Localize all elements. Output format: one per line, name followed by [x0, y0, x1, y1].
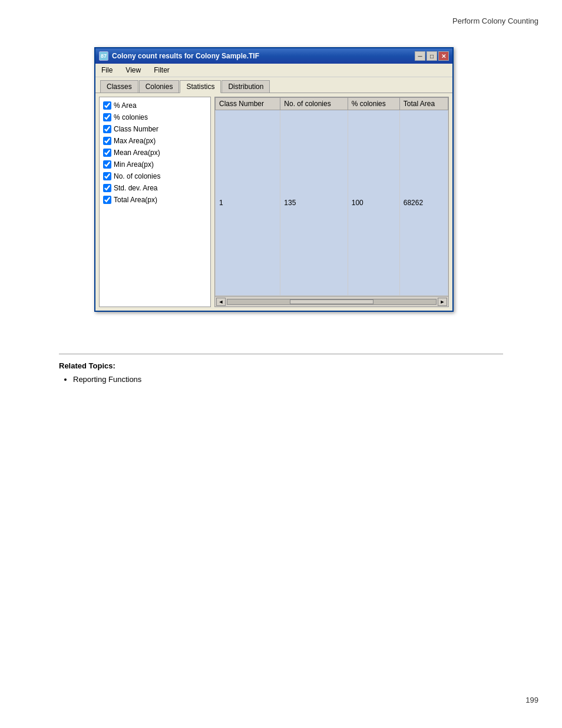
label-total-area: Total Area(px) [114, 196, 157, 204]
list-item: Std. dev. Area [102, 182, 208, 194]
page-header: Perform Colony Counting [452, 17, 538, 25]
cell-total-area: 68262 [399, 110, 448, 296]
minimize-button[interactable]: ─ [415, 51, 425, 61]
page-number: 199 [525, 696, 538, 704]
label-pct-colonies: % colonies [114, 113, 148, 121]
list-item: Min Area(px) [102, 159, 208, 170]
col-header-no-colonies: No. of colonies [280, 98, 348, 110]
header-title: Perform Colony Counting [452, 17, 538, 25]
tab-distribution[interactable]: Distribution [222, 80, 270, 93]
tab-classes[interactable]: Classes [100, 80, 138, 93]
right-panel: Class Number No. of colonies % colonies … [214, 97, 449, 307]
label-mean-area: Mean Area(px) [114, 149, 160, 157]
maximize-button[interactable]: □ [427, 51, 437, 61]
tab-colonies[interactable]: Colonies [139, 80, 180, 93]
horizontal-scrollbar[interactable]: ◄ ► [215, 296, 448, 307]
checkbox-min-area[interactable] [103, 160, 111, 169]
checkbox-class-number[interactable] [103, 125, 111, 133]
list-item: Max Area(px) [102, 135, 208, 147]
window-icon: 87 [99, 51, 108, 61]
label-std-dev: Std. dev. Area [114, 184, 158, 192]
related-topics-section: Related Topics: Reporting Functions [59, 354, 503, 384]
scroll-right-arrow[interactable]: ► [438, 298, 447, 306]
col-header-pct-colonies: % colonies [348, 98, 399, 110]
menubar: File View Filter [95, 64, 452, 77]
tab-statistics[interactable]: Statistics [180, 80, 221, 93]
application-window: 87 Colony count results for Colony Sampl… [94, 47, 454, 312]
list-item: % Area [102, 100, 208, 111]
label-class-number: Class Number [114, 125, 158, 133]
checkbox-max-area[interactable] [103, 137, 111, 145]
scroll-track[interactable] [227, 299, 437, 305]
checkbox-pct-area[interactable] [103, 101, 111, 110]
cell-no-colonies: 135 [280, 110, 348, 296]
close-button[interactable]: ✕ [438, 51, 449, 61]
label-max-area: Max Area(px) [114, 137, 156, 145]
titlebar-buttons: ─ □ ✕ [415, 51, 449, 61]
window-wrapper: 87 Colony count results for Colony Sampl… [94, 47, 454, 312]
list-item: Total Area(px) [102, 194, 208, 206]
related-topics-list: Reporting Functions [59, 375, 503, 384]
window-content: % Area % colonies Class Number Max Area(… [95, 93, 452, 311]
divider [59, 354, 503, 354]
scroll-left-arrow[interactable]: ◄ [216, 298, 226, 306]
col-header-total-area: Total Area [399, 98, 448, 110]
menu-file[interactable]: File [99, 65, 115, 75]
list-item: Class Number [102, 123, 208, 135]
list-item: Reporting Functions [73, 375, 503, 384]
titlebar: 87 Colony count results for Colony Sampl… [95, 48, 452, 64]
cell-class-number: 1 [216, 110, 280, 296]
scroll-thumb[interactable] [290, 299, 373, 304]
menu-view[interactable]: View [123, 65, 143, 75]
reporting-functions-link[interactable]: Reporting Functions [73, 375, 141, 384]
window-title: Colony count results for Colony Sample.T… [112, 52, 411, 60]
list-item: % colonies [102, 111, 208, 123]
label-min-area: Min Area(px) [114, 160, 154, 169]
checkbox-mean-area[interactable] [103, 149, 111, 157]
checkbox-std-dev[interactable] [103, 184, 111, 192]
tabs-row: Classes Colonies Statistics Distribution [95, 77, 452, 93]
checkbox-no-colonies[interactable] [103, 172, 111, 180]
checkbox-total-area[interactable] [103, 196, 111, 204]
col-header-class-number: Class Number [216, 98, 280, 110]
list-item: No. of colonies [102, 170, 208, 182]
related-topics-title: Related Topics: [59, 361, 503, 370]
checkbox-pct-colonies[interactable] [103, 113, 111, 121]
list-item: Mean Area(px) [102, 147, 208, 159]
label-no-colonies: No. of colonies [114, 172, 160, 180]
left-panel: % Area % colonies Class Number Max Area(… [99, 97, 211, 307]
menu-filter[interactable]: Filter [151, 65, 172, 75]
table-row: 1 135 100 68262 [216, 110, 448, 296]
cell-pct-colonies: 100 [348, 110, 399, 296]
label-pct-area: % Area [114, 101, 137, 110]
data-table: Class Number No. of colonies % colonies … [215, 97, 448, 296]
